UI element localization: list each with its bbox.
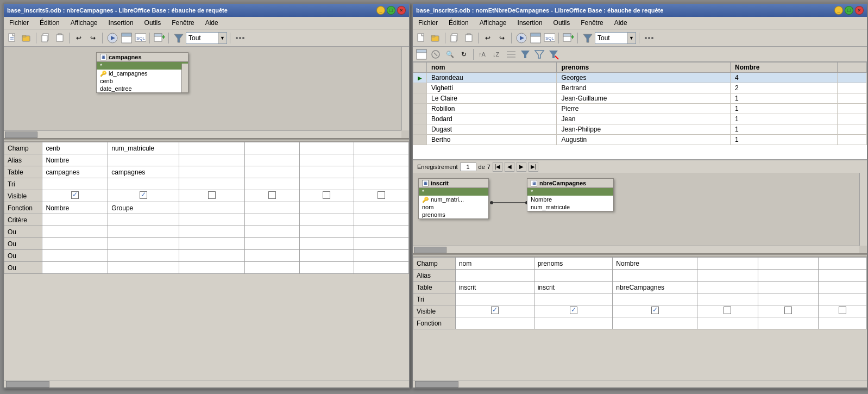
cell-nombre-1[interactable]: 4 <box>731 73 838 83</box>
cell-ou4-3[interactable] <box>179 262 245 274</box>
right-paste-button[interactable] <box>462 32 475 45</box>
cell-ou4-2[interactable] <box>108 262 179 274</box>
cell-ou4-1[interactable] <box>42 262 108 274</box>
cell-ou3-3[interactable] <box>179 250 245 262</box>
cell-nombre-5[interactable]: 1 <box>731 114 838 124</box>
right-tb2-btn2[interactable] <box>429 48 442 61</box>
checkbox-visible-3[interactable] <box>208 191 216 199</box>
cell-ou3-4[interactable] <box>244 250 299 262</box>
minimize-button[interactable]: _ <box>376 6 385 15</box>
right-minimize-button[interactable]: _ <box>834 6 843 15</box>
record-current[interactable]: 1 <box>460 162 476 171</box>
cell-champ-1[interactable]: cenb <box>42 142 108 154</box>
cell-nom-4[interactable]: Robillon <box>427 104 557 114</box>
right-menu-aide[interactable]: Aide <box>611 18 631 28</box>
right-cell-alias-6[interactable] <box>818 270 866 282</box>
right-cell-champ-6[interactable] <box>818 258 866 270</box>
right-cell-fonction-5[interactable] <box>758 317 818 329</box>
right-cell-fonction-6[interactable] <box>818 317 866 329</box>
right-refresh-button[interactable]: ↻ <box>457 48 470 61</box>
cell-nom-5[interactable]: Bodard <box>427 114 557 124</box>
cell-prenoms-6[interactable]: Jean-Philippe <box>557 124 731 135</box>
cell-tri-4[interactable] <box>244 178 299 190</box>
cell-fonction-4[interactable] <box>244 202 299 214</box>
menu-outils[interactable]: Outils <box>141 18 165 28</box>
inscrit-field-prenoms[interactable]: prenoms <box>419 211 488 218</box>
menu-insertion[interactable]: Insertion <box>105 18 137 28</box>
right-cell-champ-1[interactable]: nom <box>455 258 534 270</box>
field-id-campagnes[interactable]: 🔑 id_campagnes <box>97 70 188 77</box>
field-date-entree[interactable]: date_entree <box>97 85 188 92</box>
cell-nom-3[interactable]: Le Claire <box>427 93 557 104</box>
right-checkbox-4[interactable] <box>724 307 731 314</box>
cell-alias-5[interactable] <box>299 154 354 166</box>
cell-critere-2[interactable] <box>108 214 179 226</box>
cell-ou1-6[interactable] <box>354 226 409 238</box>
close-button[interactable]: × <box>397 6 406 15</box>
cell-ou2-3[interactable] <box>179 238 245 250</box>
right-menu-fichier[interactable]: Fichier <box>415 18 441 28</box>
cell-ou3-6[interactable] <box>354 250 409 262</box>
right-more-button[interactable] <box>642 32 655 45</box>
nbrecampagnes-field-num[interactable]: num_matricule <box>527 203 613 211</box>
right-tb2-filter1[interactable] <box>519 48 532 61</box>
right-menu-affichage[interactable]: Affichage <box>476 18 510 28</box>
cell-visible-2[interactable] <box>108 190 179 202</box>
cell-ou4-6[interactable] <box>354 262 409 274</box>
right-redo-button[interactable]: ↪ <box>495 32 508 45</box>
right-diagram-vscroll[interactable] <box>859 173 867 246</box>
cell-nombre-7[interactable]: 1 <box>731 135 838 145</box>
inscrit-field-nom[interactable]: nom <box>419 203 488 211</box>
right-checkbox-6[interactable] <box>839 307 846 314</box>
right-new-button[interactable] <box>415 32 428 45</box>
right-checkbox-1[interactable] <box>491 307 499 314</box>
cell-champ-3[interactable] <box>179 142 245 154</box>
right-tb2-sort1[interactable]: ↑A <box>476 48 489 61</box>
open-button[interactable] <box>20 32 33 45</box>
right-cell-alias-3[interactable] <box>613 270 697 282</box>
right-cell-fonction-4[interactable] <box>697 317 758 329</box>
design-view-button[interactable] <box>119 32 133 45</box>
menu-fenetre[interactable]: Fenêtre <box>168 18 197 28</box>
nav-next[interactable]: ▶ <box>517 162 526 172</box>
cell-alias-4[interactable] <box>244 154 299 166</box>
right-cell-table-2[interactable]: inscrit <box>534 282 613 293</box>
right-undo-button[interactable]: ↩ <box>481 32 494 45</box>
cell-nom-1[interactable]: Barondeau <box>427 73 557 83</box>
field-cenb[interactable]: cenb <box>97 77 188 85</box>
right-tout-dropdown-arrow[interactable]: ▼ <box>627 32 636 44</box>
nbrecampagnes-field-star[interactable]: * <box>527 188 613 196</box>
right-cell-tri-2[interactable] <box>534 293 613 305</box>
right-filter-button[interactable] <box>581 32 594 45</box>
right-cell-alias-2[interactable] <box>534 270 613 282</box>
cell-fonction-3[interactable] <box>179 202 245 214</box>
right-checkbox-3[interactable] <box>651 307 659 314</box>
cell-ou3-1[interactable] <box>42 250 108 262</box>
right-search-button[interactable]: 🔍 <box>443 48 456 61</box>
right-run-button[interactable] <box>514 32 527 45</box>
menu-edition[interactable]: Édition <box>36 18 63 28</box>
cell-ou1-3[interactable] <box>179 226 245 238</box>
cell-prenoms-4[interactable]: Pierre <box>557 104 731 114</box>
right-tb2-sort2[interactable]: ↓Z <box>490 48 504 61</box>
right-cell-table-4[interactable] <box>697 282 758 293</box>
nav-prev[interactable]: ◀ <box>505 162 514 172</box>
right-maximize-button[interactable]: □ <box>845 6 853 15</box>
cell-critere-1[interactable] <box>42 214 108 226</box>
right-cell-champ-5[interactable] <box>758 258 818 270</box>
cell-prenoms-1[interactable]: Georges <box>557 73 731 83</box>
tout-dropdown[interactable]: Tout <box>186 32 218 44</box>
cell-alias-1[interactable]: Nombre <box>42 154 108 166</box>
cell-tri-1[interactable] <box>42 178 108 190</box>
cell-tri-5[interactable] <box>299 178 354 190</box>
field-star[interactable]: * <box>97 62 188 70</box>
cell-ou4-5[interactable] <box>299 262 354 274</box>
cell-nom-2[interactable]: Vighetti <box>427 83 557 93</box>
cell-prenoms-7[interactable]: Augustin <box>557 135 731 145</box>
cell-fonction-5[interactable] <box>299 202 354 214</box>
cell-ou2-4[interactable] <box>244 238 299 250</box>
cell-nombre-6[interactable]: 1 <box>731 124 838 135</box>
right-sql-button[interactable]: SQL <box>543 32 556 45</box>
right-cell-visible-6[interactable] <box>818 305 866 317</box>
right-cell-tri-3[interactable] <box>613 293 697 305</box>
